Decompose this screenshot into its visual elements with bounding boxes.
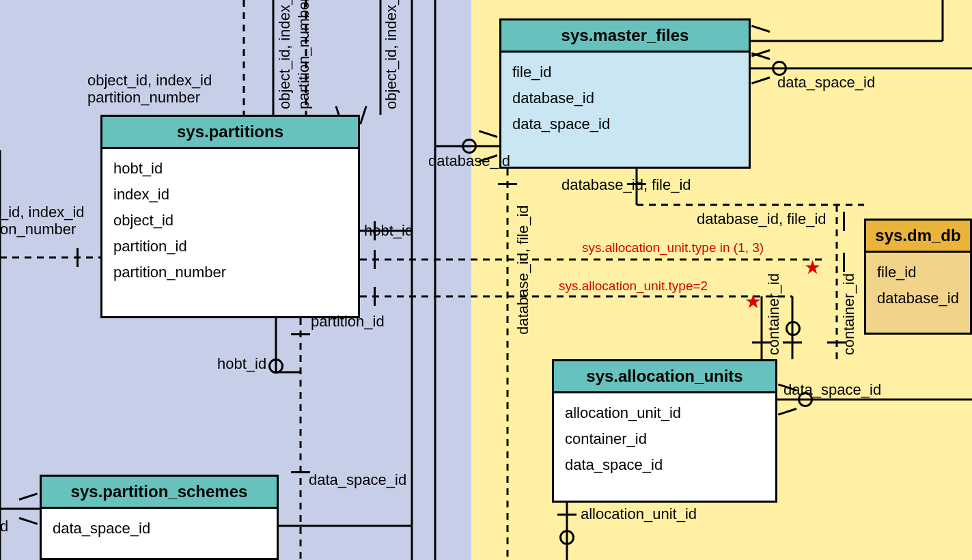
entity-columns: file_id database_id — [866, 253, 970, 318]
column: partition_number — [113, 260, 347, 285]
edge-label-vertical: object_id, index_id — [383, 0, 400, 109]
column: data_space_id — [512, 111, 738, 137]
edge-label: _id, index_id — [0, 204, 85, 221]
ring-icon — [786, 321, 801, 336]
column: container_id — [565, 426, 764, 452]
entity-sys-partitions: sys.partitions hobt_id index_id object_i… — [100, 115, 360, 318]
entity-sys-dm-db: sys.dm_db file_id database_id — [864, 219, 972, 335]
entity-title: sys.partitions — [102, 117, 358, 149]
entity-columns: data_space_id — [42, 509, 277, 548]
edge-label: hobt_id — [364, 222, 413, 240]
entity-title: sys.partition_schemes — [42, 477, 277, 509]
column: data_space_id — [565, 452, 764, 478]
edge-label: on_number — [0, 221, 76, 238]
tick-icon — [291, 333, 310, 335]
column: database_id — [512, 85, 738, 111]
note-label: sys.allocation_unit.type=2 — [559, 279, 708, 294]
tick-icon — [498, 183, 517, 185]
edge-label: partition_number — [87, 89, 200, 107]
edge-label: database_id — [428, 152, 510, 170]
column: partition_id — [113, 234, 347, 260]
tick-icon — [783, 341, 802, 344]
edge-label: hobt_id — [217, 355, 266, 373]
edge-label-vertical: partition_number — [295, 0, 313, 109]
entity-title: sys.master_files — [501, 20, 749, 53]
edge-label: data_space_id — [777, 74, 875, 92]
column: hobt_id — [113, 156, 347, 182]
edge-label: d — [0, 518, 8, 535]
column: allocation_unit_id — [565, 400, 764, 426]
entity-title: sys.dm_db — [866, 221, 970, 253]
edge-label-vertical: database_id, file_id — [514, 191, 532, 335]
entity-title: sys.allocation_units — [554, 361, 775, 393]
tick-icon — [843, 212, 845, 231]
column: index_id — [113, 182, 347, 208]
entity-columns: file_id database_id data_space_id — [501, 53, 749, 144]
edge-label: allocation_unit_id — [581, 505, 697, 523]
edge-label-vertical: container_id — [765, 260, 783, 355]
note-label: sys.allocation_unit.type in (1, 3) — [582, 240, 764, 255]
crowfoot-icon — [751, 31, 770, 51]
er-diagram-canvas: ★ ★ sys.partitions hobt_id index_id obje… — [0, 0, 972, 560]
ring-icon — [462, 139, 477, 154]
crowfoot-icon — [19, 499, 38, 519]
tick-icon — [77, 248, 79, 267]
edge-label: database_id, file_id — [561, 176, 691, 194]
star-icon: ★ — [804, 256, 821, 279]
edge-label: data_space_id — [309, 471, 406, 489]
column: database_id — [877, 285, 959, 311]
edge-label: object_id, index_id — [87, 72, 212, 89]
edge-label: partition_id — [311, 313, 385, 331]
tick-icon — [374, 250, 376, 269]
column: object_id — [113, 208, 347, 234]
column: file_id — [512, 59, 738, 85]
entity-sys-master-files: sys.master_files file_id database_id dat… — [499, 18, 751, 169]
entity-sys-allocation-units: sys.allocation_units allocation_unit_id … — [552, 359, 777, 503]
star-icon: ★ — [745, 290, 762, 313]
column: data_space_id — [53, 516, 266, 542]
edge-label-vertical: object_id, index_id — [276, 0, 294, 109]
ring-icon — [559, 530, 574, 545]
column: file_id — [877, 260, 959, 285]
tick-icon — [291, 471, 310, 473]
edge-label: data_space_id — [783, 381, 881, 399]
edge-label: database_id, file_id — [697, 210, 827, 228]
ring-icon — [268, 359, 283, 374]
entity-sys-partition-schemes: sys.partition_schemes data_space_id — [40, 475, 279, 560]
tick-icon — [374, 287, 376, 306]
edge-label-vertical: container_id — [840, 260, 858, 355]
tick-icon — [557, 514, 577, 516]
entity-columns: allocation_unit_id container_id data_spa… — [554, 393, 775, 485]
entity-columns: hobt_id index_id object_id partition_id … — [102, 149, 358, 292]
crowfoot-icon — [751, 58, 770, 79]
